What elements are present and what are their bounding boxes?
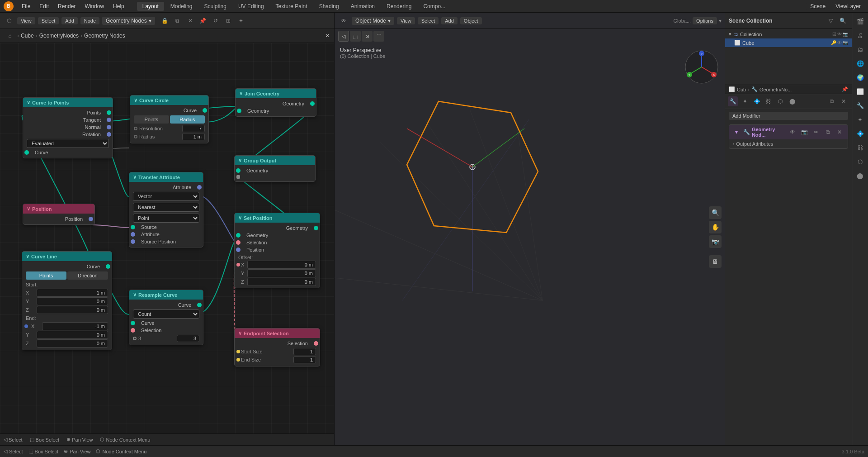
cube-key-icon[interactable]: 🔑 [831,40,836,45]
sp-output-socket[interactable] [314,226,318,230]
node-header-curve-line[interactable]: ∨ Curve Line [22,252,112,261]
tab-texture-paint[interactable]: Texture Paint [270,2,313,11]
close-x-icon[interactable]: ✕ [185,15,196,26]
node-header-curve-to-points[interactable]: ∨ Curve to Points [23,98,113,107]
col-camera-icon[interactable]: 📷 [843,32,848,37]
menu-file[interactable]: File [18,2,34,10]
outliner-search-icon[interactable]: 🔍 [837,15,848,26]
pin-icon[interactable]: 📌 [198,15,208,26]
rc-count-val[interactable]: 3 [177,335,199,342]
tab-sculpting[interactable]: Sculpting [199,2,232,11]
nb-select[interactable]: ◁ Select [4,437,23,443]
scene-selector[interactable]: Scene [807,2,829,10]
cl-points-btn[interactable]: Points [26,271,66,280]
eps-end-socket[interactable] [236,358,240,362]
editor-type-icon[interactable]: ⬡ [4,15,14,26]
tab-uv-editing[interactable]: UV Editing [233,2,269,11]
mod-eye-icon[interactable]: 👁 [787,127,798,138]
copy-icon[interactable]: ⧉ [172,15,183,26]
breadcrumb-close[interactable]: ✕ [325,33,330,39]
col-check-icon[interactable]: ☑ [832,32,836,37]
rc-output-socket[interactable] [197,303,202,307]
curve-to-points-dropdown[interactable]: Evaluated Count Length [27,139,109,148]
props-pin-icon[interactable]: 📌 [842,86,848,92]
physics-icon[interactable]: 💠 [751,96,762,107]
breadcrumb-geonodes[interactable]: GeometryNodes [39,33,79,39]
collapse-icon-cl[interactable]: ∨ [26,253,29,259]
rc-count-socket[interactable] [133,337,137,340]
scene-props-icon[interactable]: 🌐 [854,57,867,70]
node-menu[interactable]: Node [80,17,99,24]
app-logo[interactable]: B [4,1,14,11]
node-header-ep-sel[interactable]: ∨ Endpoint Selection [235,328,320,338]
rc-selection-socket[interactable] [131,328,135,333]
node-header-transfer-attr[interactable]: ∨ Transfer Attribute [129,172,203,182]
view-layer-props-icon[interactable]: 🗂 [854,43,867,56]
tab-compositing[interactable]: Compo... [418,2,451,11]
render-preview-tool[interactable]: 🖥 [709,255,722,268]
ta-domain-dropdown[interactable]: Point Edge Face [133,214,199,223]
particles-icon[interactable]: ✦ [740,96,750,107]
sp-offset-z[interactable]: 0 m [247,278,316,286]
node-header-resample-curve[interactable]: ∨ Resample Curve [129,290,203,300]
vp-object-menu[interactable]: Object [460,17,482,24]
output-props-icon[interactable]: 🖨 [854,29,867,42]
viewlayer-selector[interactable]: ViewLayer [832,2,864,10]
ta-source-socket[interactable] [131,225,135,229]
vp-select-menu[interactable]: Select [418,17,439,24]
tab-shading[interactable]: Shading [314,2,344,11]
cc-output-socket[interactable] [203,108,207,113]
collapse-icon-pos[interactable]: ∨ [27,206,30,212]
output-tangent-socket[interactable] [107,118,111,122]
material-props-icon[interactable]: ⬤ [854,169,867,182]
node-header-set-pos[interactable]: ∨ Set Position [235,213,320,223]
breadcrumb-cube[interactable]: Cube [21,33,34,39]
cc-res-val[interactable]: 7 [182,125,205,132]
hand-tool[interactable]: ✋ [709,221,722,233]
select-menu[interactable]: Select [38,17,59,24]
tab-rendering[interactable]: Rendering [381,2,417,11]
cl-end-z[interactable]: 0 m [37,339,108,348]
node-position[interactable]: ∨ Position Position [23,204,95,225]
cc-points-btn[interactable]: Points [134,115,169,124]
node-transfer-attribute[interactable]: ∨ Transfer Attribute Attribute Vector Fl… [129,172,203,248]
bottom-select[interactable]: ◁ Select [4,448,23,454]
rc-mode-dropdown[interactable]: Count Length Evaluated [133,309,199,319]
node-curve-circle[interactable]: ∨ Curve Circle Curve Points Radius Resol… [130,95,209,143]
sp-offset-x[interactable]: 0 m [247,261,316,269]
node-header-group-output[interactable]: ∨ Group Output [235,156,315,165]
nb-context-menu[interactable]: ⬡ Node Context Menu [100,437,150,443]
collapse-icon-cc[interactable]: ∨ [134,97,137,103]
go-extra-socket[interactable] [236,175,240,179]
collapse-icon-rc[interactable]: ∨ [133,292,137,298]
collapse-icon-jg[interactable]: ∨ [239,90,243,96]
object-props-icon[interactable]: ⬜ [854,85,867,98]
options-btn[interactable]: Options [693,17,717,24]
output-points-socket[interactable] [107,110,111,115]
overlay-icon[interactable]: ⊞ [223,15,234,26]
sp-sel-socket[interactable] [236,240,241,245]
vp-view-menu[interactable]: View [397,17,415,24]
sync-icon[interactable]: ↺ [210,15,221,26]
cl-start-y[interactable]: 0 m [37,297,108,305]
input-curve-socket[interactable] [24,150,29,155]
cl-end-x[interactable]: -1 m [42,322,108,330]
close-mod-icon[interactable]: ✕ [838,96,849,107]
node-resample-curve[interactable]: ∨ Resample Curve Curve Count Length Eval… [129,290,203,345]
output-normal-socket[interactable] [107,125,111,129]
bottom-pan[interactable]: ⊕ Pan View [64,448,90,454]
node-header-position[interactable]: ∨ Position [23,204,94,214]
editor-type-dropdown[interactable]: Geometry Nodes ▾ [102,17,155,25]
eps-output-socket[interactable] [314,341,318,346]
menu-help[interactable]: Help [109,2,128,10]
cl-end-x-socket[interactable] [24,324,28,328]
bottom-box-select[interactable]: ⬚ Box Select [28,448,59,454]
nb-box-select[interactable]: ⬚ Box Select [30,437,60,443]
cc-res-socket[interactable] [134,127,137,130]
particles-props-icon[interactable]: ✦ [854,113,867,126]
node-endpoint-selection[interactable]: ∨ Endpoint Selection Selection Start Siz… [234,328,320,367]
ta-output-socket[interactable] [197,185,202,190]
output-attrs-toggle[interactable]: › Output Attributes [729,139,848,148]
mod-render-icon[interactable]: 📷 [799,127,810,138]
cc-radius-btn[interactable]: Radius [170,115,205,124]
